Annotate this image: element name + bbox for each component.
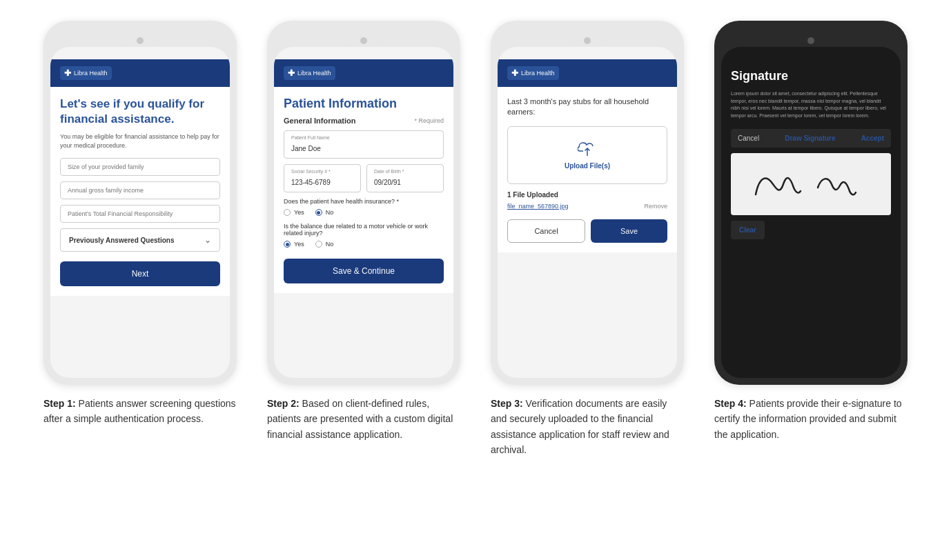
sig-clear-button[interactable]: Clear xyxy=(731,221,765,239)
ssn-value: 123-45-6789 xyxy=(291,179,331,186)
logo-cross-icon-3: ✚ xyxy=(511,68,518,78)
ssn-dob-row: Social Security # * 123-45-6789 Date of … xyxy=(284,164,444,192)
step-4-bold: Step 4: xyxy=(714,398,747,409)
phone-notch-circle-4 xyxy=(807,37,814,44)
signature-drawing xyxy=(742,157,880,212)
patient-name-label: Patient Full Name xyxy=(291,135,436,140)
phone-notch-3 xyxy=(567,34,608,47)
dob-label: Date of Birth * xyxy=(374,169,436,174)
steps-container: ✚ Libra Health Let's see if you qualify … xyxy=(14,21,937,458)
injury-no-option[interactable]: No xyxy=(315,241,334,248)
insurance-yes-option[interactable]: Yes xyxy=(284,209,304,216)
insurance-no-dot xyxy=(317,211,320,214)
general-info-label: General Information xyxy=(284,117,356,125)
insurance-radio-group: Yes No xyxy=(284,209,444,216)
previously-answered-accordion[interactable]: Previously Answered Questions ⌄ xyxy=(60,228,220,252)
signature-title: Signature xyxy=(731,69,891,83)
upload-label: Upload File(s) xyxy=(565,162,610,170)
financial-responsibility-input[interactable] xyxy=(60,205,220,223)
injury-yes-radio[interactable] xyxy=(284,241,291,248)
ssn-field: Social Security # * 123-45-6789 xyxy=(284,164,361,192)
step-3-phone: ✚ Libra Health Last 3 month's pay stubs … xyxy=(491,21,684,385)
injury-yes-label: Yes xyxy=(294,241,304,248)
step-1-description: Step 1: Patients answer screening questi… xyxy=(43,396,237,427)
logo-badge-3: ✚ Libra Health xyxy=(507,66,559,80)
phone-top-1 xyxy=(50,28,230,47)
logo-cross-icon-2: ✚ xyxy=(288,68,295,78)
step-1-next-button[interactable]: Next xyxy=(60,261,220,286)
injury-question: Is the balance due related to a motor ve… xyxy=(284,223,444,237)
signature-body-text: Lorem ipsum dolor sit amet, consectetur … xyxy=(731,90,891,119)
step-1-subtitle: You may be eligible for financial assist… xyxy=(60,132,220,150)
step-3-cancel-button[interactable]: Cancel xyxy=(507,219,585,243)
step-1-title: Let's see if you qualify for financial a… xyxy=(60,97,220,127)
phone-notch-2 xyxy=(343,34,384,47)
upload-cloud-icon xyxy=(578,141,597,159)
dob-field: Date of Birth * 09/20/91 xyxy=(366,164,444,192)
file-row: file_name_567890.jpg Remove xyxy=(507,203,667,210)
step-2-bold: Step 2: xyxy=(267,398,300,409)
logo-cross-icon-1: ✚ xyxy=(64,68,71,78)
ssn-label: Social Security # * xyxy=(291,169,353,174)
app-header-2: ✚ Libra Health xyxy=(274,59,453,87)
injury-radio-group: Yes No xyxy=(284,241,444,248)
injury-yes-option[interactable]: Yes xyxy=(284,241,304,248)
chevron-down-icon: ⌄ xyxy=(204,235,211,245)
phone-notch-4 xyxy=(790,34,832,47)
logo-text-3: Libra Health xyxy=(521,70,555,77)
patient-name-field: Patient Full Name Jane Doe xyxy=(284,130,444,159)
step-3-bold: Step 3: xyxy=(491,398,523,409)
phone-notch-1 xyxy=(119,34,161,47)
step-2-section-header: General Information * Required xyxy=(284,117,444,125)
file-name: file_name_567890.jpg xyxy=(507,203,569,210)
injury-no-label: No xyxy=(326,241,334,248)
dob-value: 09/20/91 xyxy=(374,179,401,186)
injury-yes-dot xyxy=(286,243,289,246)
phone-top-3 xyxy=(498,28,677,47)
upload-instructions: Last 3 month's pay stubs for all househo… xyxy=(507,97,667,118)
step-1-phone: ✚ Libra Health Let's see if you qualify … xyxy=(43,21,237,385)
step-1-col: ✚ Libra Health Let's see if you qualify … xyxy=(37,21,244,427)
family-size-input[interactable] xyxy=(60,158,220,176)
phone-top-2 xyxy=(274,28,453,47)
gross-income-input[interactable] xyxy=(60,181,220,199)
phone-notch-circle-1 xyxy=(137,37,144,44)
app-header-3: ✚ Libra Health xyxy=(498,59,677,87)
insurance-yes-label: Yes xyxy=(294,209,304,216)
sig-accept-btn[interactable]: Accept xyxy=(861,134,884,142)
step-3-save-button[interactable]: Save xyxy=(591,219,667,243)
step-2-screen: ✚ Libra Health Patient Information Gener… xyxy=(274,47,453,378)
logo-badge-2: ✚ Libra Health xyxy=(284,66,335,80)
step-2-content: Patient Information General Information … xyxy=(274,87,453,293)
signature-canvas[interactable] xyxy=(731,153,891,215)
insurance-no-radio[interactable] xyxy=(315,209,322,216)
step-1-content: Let's see if you qualify for financial a… xyxy=(50,87,230,296)
insurance-no-option[interactable]: No xyxy=(315,209,334,216)
step-3-col: ✚ Libra Health Last 3 month's pay stubs … xyxy=(484,21,691,458)
logo-text-1: Libra Health xyxy=(74,70,108,77)
step-2-col: ✚ Libra Health Patient Information Gener… xyxy=(260,21,467,442)
step-1-screen: ✚ Libra Health Let's see if you qualify … xyxy=(50,47,230,378)
patient-name-value: Jane Doe xyxy=(291,145,321,152)
sig-draw-btn[interactable]: Draw Signature xyxy=(785,134,835,142)
insurance-question: Does the patient have health insurance? … xyxy=(284,198,444,205)
injury-no-radio[interactable] xyxy=(315,241,322,248)
sig-cancel-btn[interactable]: Cancel xyxy=(738,134,759,142)
app-header-1: ✚ Libra Health xyxy=(50,59,230,87)
save-continue-button[interactable]: Save & Continue xyxy=(284,259,444,283)
step-4-phone: Signature Lorem ipsum dolor sit amet, co… xyxy=(714,21,908,385)
step-4-col: Signature Lorem ipsum dolor sit amet, co… xyxy=(707,21,914,442)
step-4-dark-content: Signature Lorem ipsum dolor sit amet, co… xyxy=(721,47,901,378)
phone-notch-circle-2 xyxy=(360,37,367,44)
step-2-phone: ✚ Libra Health Patient Information Gener… xyxy=(267,21,460,385)
phone-notch-circle-3 xyxy=(584,37,591,44)
insurance-no-label: No xyxy=(326,209,334,216)
step-4-description: Step 4: Patients provide their e-signatu… xyxy=(714,396,908,442)
remove-file-button[interactable]: Remove xyxy=(644,203,667,210)
step-1-bold: Step 1: xyxy=(43,398,76,409)
step-3-content: Last 3 month's pay stubs for all househo… xyxy=(498,87,677,252)
insurance-yes-radio[interactable] xyxy=(284,209,291,216)
phone-top-4 xyxy=(721,28,901,47)
logo-badge-1: ✚ Libra Health xyxy=(60,66,112,80)
upload-box[interactable]: Upload File(s) xyxy=(507,126,667,184)
